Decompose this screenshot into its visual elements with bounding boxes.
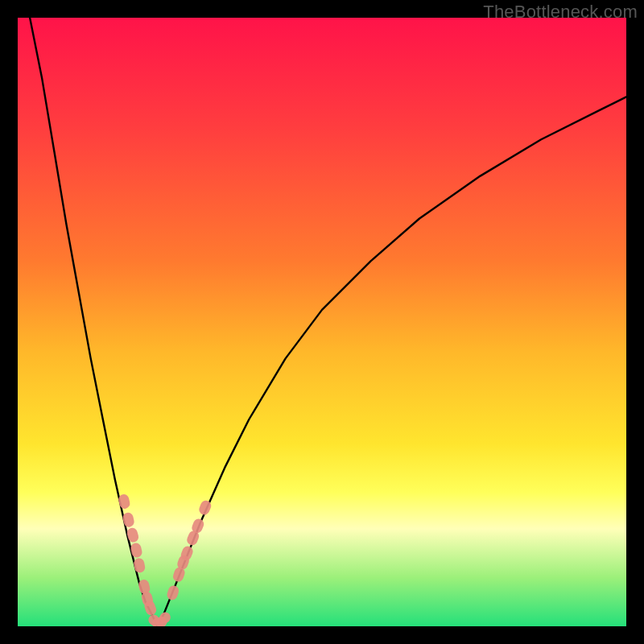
svg-rect-12	[166, 584, 180, 601]
chart-frame: TheBottleneck.com	[0, 0, 644, 644]
svg-rect-4	[133, 557, 146, 573]
bottleneck-curve	[18, 18, 626, 626]
watermark-text: TheBottleneck.com	[483, 2, 638, 23]
svg-rect-1	[122, 511, 135, 527]
plot-area	[18, 18, 626, 626]
